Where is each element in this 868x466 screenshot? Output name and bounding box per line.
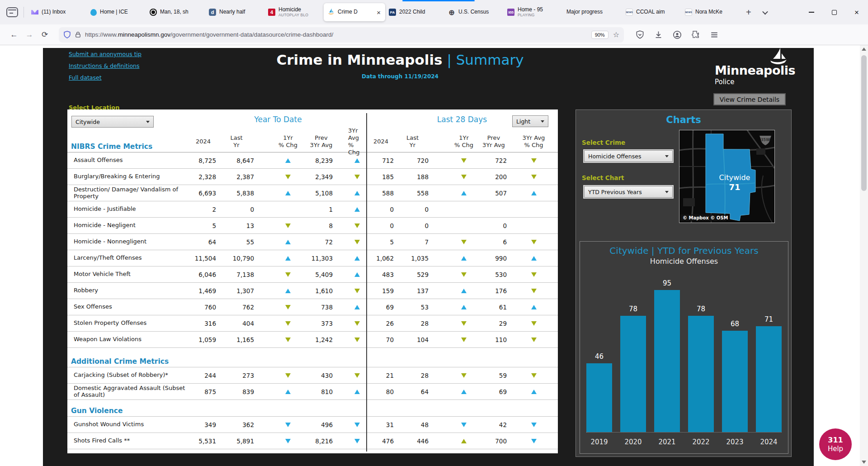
account-icon[interactable] — [673, 30, 682, 39]
metric-value: 2 — [190, 206, 219, 213]
tab-title: Major progress — [566, 9, 618, 15]
metric-label: Domestic Aggravated Assault (Subset of A… — [67, 385, 190, 399]
tab-list-button[interactable] — [763, 8, 767, 16]
location-dropdown[interactable]: Citywide — [71, 116, 154, 128]
pocket-shield-icon[interactable] — [636, 30, 644, 39]
metric-value: 738 — [310, 304, 348, 311]
downloads-icon[interactable] — [654, 30, 663, 39]
browser-tab-nora-mcke[interactable]: NEWSNora McKe — [681, 3, 741, 21]
metric-value: 59 — [481, 372, 509, 379]
back-button[interactable]: ← — [6, 30, 22, 39]
browser-tab-man-18-sh[interactable]: Man, 18, sh — [146, 3, 205, 21]
link-full-dataset[interactable]: Full dataset — [69, 74, 142, 81]
url-text[interactable]: https://www.minneapolismn.gov/government… — [85, 31, 591, 38]
zoom-level-badge[interactable]: 90% — [591, 31, 609, 39]
scrollbar-down-arrow-icon[interactable] — [862, 461, 866, 464]
up-arrow-icon — [354, 390, 360, 394]
browser-navbar: ← → ⟳ https://www.minneapolismn.gov/gove… — [0, 24, 868, 45]
browser-tab-major-progress[interactable]: Major progress — [563, 3, 622, 21]
table-row-larceny-theft-offenses: Larceny/Theft Offenses11,50410,79011,303… — [67, 250, 558, 266]
up-arrow-icon — [461, 390, 467, 394]
menu-hamburger-icon[interactable] — [710, 31, 718, 39]
bar-2023[interactable]: 68 — [722, 331, 748, 432]
browser-tab-strip: (11) InboxHome | ICEMan, 18, shdNearly h… — [0, 0, 868, 24]
metric-value: 0 — [396, 222, 447, 229]
table-row-homicide-negligent: Homicide - Negligent5138000 — [67, 218, 558, 234]
down-arrow-icon — [354, 373, 360, 378]
metric-value: 5,108 — [310, 190, 348, 197]
tab-close-icon[interactable]: × — [376, 9, 382, 16]
column-header: Prev3Yr Avg — [481, 131, 509, 152]
browser-tab-u-s-census[interactable]: ⊕U.S. Census — [444, 3, 504, 21]
bar-value-label: 68 — [722, 320, 748, 328]
metric-value: 507 — [481, 190, 509, 197]
section-title-nibrs: NIBRS Crime Metrics — [71, 143, 152, 151]
metric-value: 64 — [190, 238, 219, 246]
window-close-button[interactable]: × — [845, 0, 868, 24]
reload-button[interactable]: ⟳ — [37, 30, 52, 39]
browser-tab-crime-d[interactable]: Crime D× — [324, 3, 385, 21]
bookmark-star-icon[interactable]: ☆ — [613, 30, 619, 39]
table-row-shots-fired-calls: Shots Fired Calls **5,5315,8918,21647644… — [67, 433, 558, 449]
link-anonymous-tip[interactable]: Submit an anonymous tip — [69, 51, 142, 57]
table-row-motor-vehicle-theft: Motor Vehicle Theft6,0467,1385,409483529… — [67, 266, 558, 283]
tab-separator — [24, 7, 24, 18]
bar-2021[interactable]: 95 — [654, 290, 680, 432]
tab-loading-indicator — [402, 0, 475, 1]
link-instructions[interactable]: Instructions & definitions — [69, 62, 142, 69]
theme-dropdown[interactable]: Light — [512, 115, 548, 127]
scrollbar-thumb[interactable] — [861, 55, 867, 191]
scrollbar-up-arrow-icon[interactable] — [862, 48, 866, 51]
browser-tab-nearly-half[interactable]: dNearly half — [205, 3, 264, 21]
metric-value: 137 — [396, 287, 447, 295]
browser-tab-11-inbox[interactable]: (11) Inbox — [28, 3, 87, 21]
crime-dropdown[interactable]: Homicide Offenses — [584, 150, 673, 162]
new-tab-button[interactable]: + — [741, 7, 757, 18]
shield-icon[interactable] — [63, 31, 71, 38]
metric-value: 29 — [481, 320, 509, 327]
sidebar-toggle-icon[interactable] — [6, 7, 18, 17]
browser-tab-homicide[interactable]: 4HomicideAUTOPLAY BLO — [264, 3, 324, 21]
news-icon: NEWS — [626, 9, 633, 16]
url-bar[interactable]: https://www.minneapolismn.gov/government… — [59, 27, 624, 43]
down-arrow-icon — [461, 272, 467, 277]
bar-2022[interactable]: 78 — [688, 316, 714, 432]
lock-icon[interactable] — [75, 31, 81, 38]
bar-2020[interactable]: 78 — [620, 316, 646, 432]
down-arrow-icon — [461, 373, 467, 378]
browser-tab-home-ice[interactable]: Home | ICE — [87, 3, 146, 21]
up-arrow-icon — [285, 240, 291, 244]
column-header: 1Yr% Chg — [447, 131, 481, 152]
window-minimize-button[interactable] — [800, 0, 823, 24]
311-help-button[interactable]: 311 Help — [819, 428, 852, 460]
browser-tab-ccoal-aim[interactable]: NEWSCCOAL aim — [622, 3, 681, 21]
down-arrow-icon — [354, 338, 360, 342]
down-arrow-icon — [354, 439, 360, 443]
window-maximize-button[interactable] — [823, 0, 845, 24]
table-row-weapon-law-violations: Weapon Law Violations1,0591,1651,2427010… — [67, 332, 558, 348]
view-crime-details-button[interactable]: View Crime Details — [713, 93, 786, 105]
table-row-homicide-justifiable: Homicide - Justifiable20100 — [67, 201, 558, 218]
bar-2019[interactable]: 46 — [586, 363, 612, 432]
up-arrow-icon — [285, 289, 291, 293]
browser-tab-home-95[interactable]: 955Home - 95PLAYING — [504, 3, 563, 21]
metric-label: Weapon Law Violations — [67, 336, 190, 343]
browser-tab-2022-child[interactable]: PA2022 Child — [385, 3, 444, 21]
metric-label: Motor Vehicle Theft — [67, 271, 190, 278]
select-crime-label: Select Crime — [582, 139, 625, 146]
chart-type-dropdown[interactable]: YTD Previous Years — [584, 186, 673, 198]
down-arrow-icon — [354, 423, 360, 427]
metric-value: 558 — [396, 190, 447, 197]
down-arrow-icon — [531, 439, 537, 443]
metric-value: 0 — [368, 222, 396, 229]
metric-value: 349 — [190, 421, 219, 428]
p955-icon: 955 — [507, 9, 514, 16]
forward-button[interactable]: → — [22, 30, 37, 39]
bar-2024[interactable]: 71 — [756, 326, 782, 432]
metric-value: 31 — [368, 421, 396, 428]
metric-value: 5,838 — [219, 190, 266, 197]
down-arrow-icon — [285, 373, 291, 378]
citywide-map[interactable]: Citywide 71 35W © Mapbox © OSM — [679, 130, 775, 223]
extensions-puzzle-icon[interactable] — [692, 30, 700, 39]
page-scrollbar[interactable] — [860, 45, 868, 466]
